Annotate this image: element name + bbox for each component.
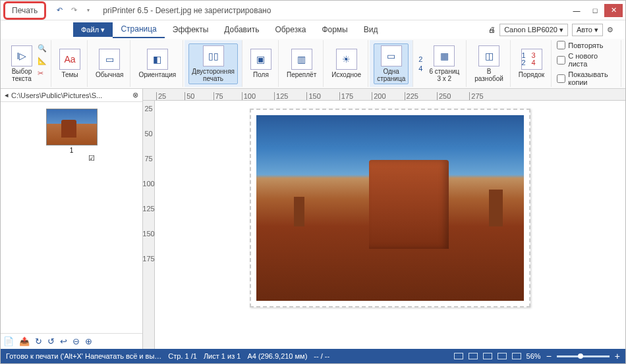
binding-button[interactable]: ▥Переплёт [284,47,319,80]
gear-icon[interactable]: ⚙ [607,26,613,34]
tab-view[interactable]: Вид [356,22,386,38]
ruler-tick: 125 [142,205,154,213]
newsheet-label: С нового листа [568,52,617,68]
repeat-checkbox[interactable]: Повторять [557,41,603,49]
ruler-icon[interactable]: 📐 [38,57,47,65]
pin-icon[interactable]: ◂ [5,91,9,99]
duplex-button[interactable]: ▯▯Двусторонняя печать [188,43,238,84]
tab-forms[interactable]: Формы [314,22,355,38]
zoom-in-button[interactable]: + [615,351,620,361]
orientation-label: Ориентация [138,71,176,78]
ruler-tick: 250 [437,92,451,100]
ruler-tick: 25 [156,92,166,100]
duplex-label: Двусторонняя печать [192,68,235,82]
view-mode-icon[interactable] [469,353,478,359]
ruler-tick: 75 [144,155,152,163]
thumbnail-check-icon[interactable]: ☑ [88,154,95,163]
new-icon[interactable]: 📄 [3,336,14,346]
undo-icon[interactable]: ↶ [54,5,65,16]
page-icon: ▭ [99,49,120,70]
text-select-label: Выбор текста [12,68,32,82]
showcopies-checkbox[interactable]: Показывать копии [557,70,617,86]
random-button[interactable]: ◫В разнобой [472,44,506,84]
crop-icon[interactable]: ✂ [38,69,47,78]
maximize-button[interactable]: □ [586,4,604,17]
ribbon-group-random: ◫В разнобой [468,40,511,87]
order-button[interactable]: 1 23 4Порядок [516,47,547,80]
tab-effects[interactable]: Эффекты [165,22,217,38]
quick-access-toolbar: ↶ ↷ ▾ [54,5,94,16]
file-menu[interactable]: Файл ▾ [73,22,113,37]
text-select-button[interactable]: I▷ Выбор текста [9,44,35,84]
qat-dropdown-icon[interactable]: ▾ [83,5,94,16]
view-mode-icon[interactable] [498,353,507,359]
ruler-horizontal: 25 50 75 100 125 150 175 200 225 250 275 [143,89,625,101]
status-sheet: Лист 1 из 1 [204,352,241,360]
printer-select[interactable]: Canon LBP6020 ▾ [499,24,568,36]
zoom-out-button[interactable]: − [546,351,552,361]
themes-button[interactable]: AaТемы [57,47,83,80]
random-label: В разнобой [474,68,503,82]
ribbon-group-margins: ▣Поля [244,40,279,87]
view-mode-icon[interactable] [454,353,463,359]
grid-icon: ▦ [434,45,455,66]
page-area[interactable] [155,101,625,349]
ribbon-group-checks: Повторять С нового листа Показывать копи… [553,40,621,87]
source-button[interactable]: ☀Исходное [329,47,364,80]
sidebar-close-icon[interactable]: ⊗ [132,91,138,99]
ribbon-group-binding: ▥Переплёт [280,40,324,87]
margins-button[interactable]: ▣Поля [248,47,274,80]
view-mode-icon[interactable] [483,353,492,359]
ruler-tick: 275 [469,92,483,100]
image-preview [256,115,524,301]
ribbon-group-duplex: ▯▯Двусторонняя печать [185,40,242,87]
canvas-body: 25 50 75 100 125 150 175 [143,101,625,349]
nup-2[interactable]: 2 [418,55,422,63]
zoomin-icon[interactable]: ⊕ [85,336,92,346]
ruler-tick: 50 [185,92,194,100]
nup-6-button[interactable]: ▦6 страниц 3 x 2 [426,44,462,84]
redo-icon[interactable]: ↷ [69,5,79,16]
binoculars-icon[interactable]: 🔍 [38,44,47,53]
ruler-tick: 225 [405,92,418,100]
ruler-tick: 100 [242,92,256,100]
status-coord: -- / -- [314,352,329,360]
duplex-icon: ▯▯ [203,45,224,66]
zoomout-icon[interactable]: ⊖ [72,336,80,346]
chevron-down-icon: ▾ [101,26,105,34]
page-thumbnail[interactable] [46,109,98,145]
regular-label: Обычная [96,71,123,78]
status-ready: Готово к печати ('Alt+X' Напечатать всё … [6,352,161,360]
ruler-tick: 25 [144,105,152,113]
newsheet-checkbox[interactable]: С нового листа [557,52,617,68]
reload-icon[interactable]: ↺ [47,336,55,346]
status-papersize: A4 (296.9,210 мм) [247,352,307,360]
zoom-thumb[interactable] [578,353,583,359]
onepage-button[interactable]: ▭Одна страница [374,43,409,84]
tab-page[interactable]: Страница [113,21,164,38]
view-mode-icon[interactable] [512,353,521,359]
ruler-tick: 175 [142,255,154,263]
file-menu-label: Файл [81,26,99,34]
minimize-button[interactable]: — [567,4,586,17]
tab-add[interactable]: Добавить [216,22,267,38]
sidebar-path: C:\Users\Public\Pictures\S... [11,91,102,99]
print-button[interactable]: Печать [3,1,46,20]
close-button[interactable]: ✕ [604,4,623,17]
margins-icon: ▣ [250,49,271,70]
page-preview[interactable] [250,109,530,307]
regular-button[interactable]: ▭Обычная [93,47,126,80]
nup-4[interactable]: 4 [418,65,422,72]
zoom-slider[interactable] [557,355,610,357]
undo2-icon[interactable]: ↩ [60,336,67,346]
printer-mode[interactable]: Авто ▾ [572,24,603,36]
tab-crop[interactable]: Обрезка [267,22,314,38]
canvas: 25 50 75 100 125 150 175 200 225 250 275… [143,89,625,349]
orientation-button[interactable]: ◧Ориентация [136,47,179,80]
order-label: Порядок [519,71,544,78]
ribbon-group-nup: 2 4 ▦6 страниц 3 x 2 [414,40,467,87]
thumbnail-number: 1 [70,147,74,154]
export-icon[interactable]: 📤 [19,336,30,346]
sidebar: ◂ C:\Users\Public\Pictures\S... ⊗ 1 ☑ 📄 … [1,89,143,349]
refresh-icon[interactable]: ↻ [35,336,42,346]
